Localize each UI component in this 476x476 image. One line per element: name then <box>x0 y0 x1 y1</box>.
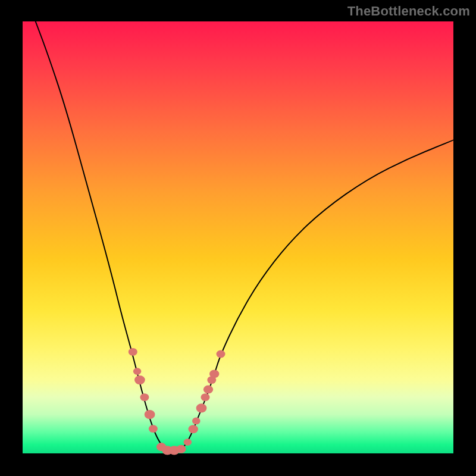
bottleneck-curve <box>36 21 453 451</box>
marker-dot <box>129 348 137 356</box>
marker-dot <box>184 439 192 446</box>
watermark-text: TheBottleneck.com <box>347 4 470 19</box>
marker-dot <box>176 445 186 453</box>
marker-dot <box>196 403 207 412</box>
marker-dot <box>192 418 201 425</box>
marker-dot <box>140 393 149 401</box>
marker-dot <box>201 393 210 401</box>
chart-svg <box>23 21 453 453</box>
chart-plot-area <box>23 21 453 453</box>
marker-dot <box>209 369 219 378</box>
marker-dot <box>217 350 226 358</box>
marker-dot <box>189 425 198 433</box>
marker-group <box>129 348 226 455</box>
marker-dot <box>133 368 142 375</box>
marker-dot <box>149 425 158 433</box>
marker-dot <box>203 386 213 394</box>
marker-dot <box>134 375 145 384</box>
marker-dot <box>145 410 155 419</box>
